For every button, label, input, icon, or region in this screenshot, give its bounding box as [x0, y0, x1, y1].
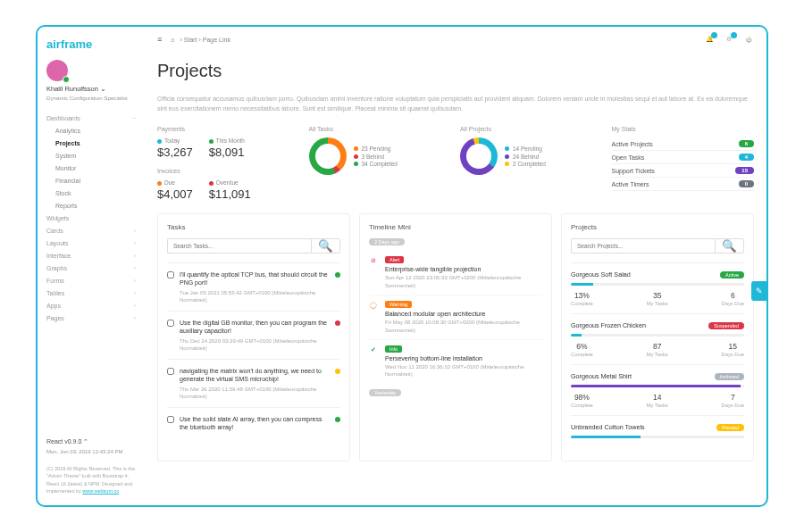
breadcrumb[interactable]: › Start › Page Link — [180, 37, 230, 43]
timeline-badge: Info — [385, 345, 402, 353]
all-projects-block: All Projects 14 Pending 24 Behind 2 Comp… — [460, 126, 603, 201]
timeline-badge: Alert — [385, 256, 404, 263]
version-date: Mon, Jun 03, 2019 12:43:24 PM — [46, 448, 136, 456]
tasks-card: Tasks 🔍 I'll quantify the optical TCP bu… — [157, 213, 350, 461]
projects-search-input[interactable] — [571, 238, 715, 254]
invoices-overdue-value: $11,091 — [209, 187, 251, 201]
status-dot-icon — [335, 369, 340, 374]
sidebar: airframe Khalil Runolfsson ⌄ Dynamic Con… — [38, 27, 145, 505]
nav-dashboards[interactable]: Dashboards− — [46, 112, 136, 124]
project-row[interactable]: Gorgeous Soft SaladActive 13%Complete 35… — [571, 262, 744, 313]
status-badge: Paused — [716, 424, 744, 431]
progress-bar — [571, 385, 744, 387]
page-title: Projects — [157, 61, 754, 81]
page-intro: Officia consequatur accusamus quibusdam … — [157, 94, 754, 113]
all-tasks-block: All Tasks 23 Pending 3 Behind 34 Complet… — [309, 126, 452, 201]
nav-widgets[interactable]: Widgets — [46, 212, 136, 224]
brand-logo[interactable]: airframe — [46, 37, 136, 51]
status-badge: Suspended — [708, 322, 744, 329]
home-icon[interactable]: ⌂ — [171, 37, 174, 43]
payments-month-value: $8,091 — [209, 145, 245, 159]
project-row[interactable]: Gorgeous Metal ShirtArchived 98%Complete… — [571, 364, 744, 415]
pencil-icon: ✎ — [756, 287, 763, 295]
task-row[interactable]: Use the digital GB monitor, then you can… — [167, 311, 340, 359]
tasks-donut-chart — [309, 137, 347, 175]
nav-financial[interactable]: Financial — [46, 174, 136, 187]
notifications-icon[interactable]: 🔔 — [704, 34, 715, 45]
task-checkbox[interactable] — [167, 416, 174, 423]
dot-icon — [157, 139, 162, 144]
status-badge: Active — [720, 271, 744, 278]
search-icon: 🔍 — [318, 239, 333, 253]
timeline-item: ✔ Info Persevering bottom-line installat… — [369, 339, 542, 384]
nav-analytics[interactable]: Analytics — [46, 124, 136, 137]
invoices-label: Invoices — [157, 168, 300, 174]
status-dot-icon — [335, 320, 340, 326]
timeline-status-icon: ⊘ — [369, 256, 378, 265]
timeline-card: Timeline Mini 2 Days ago ⊘ Alert Enterpr… — [359, 213, 552, 461]
nav-monitor[interactable]: Monitor — [46, 162, 136, 174]
tasks-search-input[interactable] — [167, 238, 311, 254]
nav-cards[interactable]: Cards› — [46, 224, 136, 237]
projects-card-title: Projects — [571, 223, 744, 231]
nav-apps[interactable]: Apps› — [46, 299, 136, 312]
mystats-row: Active Projects6 — [612, 137, 755, 151]
tasks-card-title: Tasks — [167, 223, 340, 231]
timeline-item: ◯ Warning Balanced modular open architec… — [369, 295, 542, 339]
cart-icon[interactable]: ⚙ — [724, 34, 734, 45]
task-row[interactable]: Use the solid state AI array, then you c… — [167, 407, 340, 440]
my-stats-block: My Stats Active Projects6Open Tasks4Supp… — [612, 126, 755, 201]
version-label[interactable]: React v0.9.0 ⌃ — [46, 437, 136, 447]
timeline-card-title: Timeline Mini — [369, 223, 542, 231]
nav-graphs[interactable]: Graphs› — [46, 262, 136, 274]
task-checkbox[interactable] — [167, 368, 174, 375]
projects-donut-chart — [460, 137, 498, 175]
nav-projects[interactable]: Projects — [46, 137, 136, 149]
progress-bar — [571, 436, 744, 438]
menu-toggle-icon[interactable]: ≡ — [157, 35, 162, 44]
nav-list: Dashboards− Analytics Projects System Mo… — [46, 112, 136, 324]
task-row[interactable]: navigating the matrix won't do anything,… — [167, 359, 340, 407]
edit-fab-button[interactable]: ✎ — [751, 281, 767, 301]
task-row[interactable]: I'll quantify the optical TCP bus, that … — [167, 262, 340, 311]
timeline-badge: Warning — [385, 301, 412, 308]
dot-icon — [157, 181, 162, 186]
payments-today-value: $3,267 — [157, 145, 193, 159]
nav-tables[interactable]: Tables› — [46, 287, 136, 299]
dot-icon — [209, 181, 214, 186]
webkom-link[interactable]: www.webkom.co — [82, 488, 119, 494]
timeline-age-pill: Yesterday — [369, 389, 401, 396]
nav-interface[interactable]: Interface› — [46, 249, 136, 262]
project-row[interactable]: Gorgeous Frozen ChickenSuspended 6%Compl… — [571, 313, 744, 364]
nav-pages[interactable]: Pages› — [46, 312, 136, 324]
status-dot-icon — [335, 272, 340, 278]
payments-block: Payments Today$3,267 This Month$8,091 In… — [157, 126, 300, 201]
projects-card: Projects 🔍 Gorgeous Soft SaladActive 13%… — [561, 213, 754, 461]
tasks-search-button[interactable]: 🔍 — [311, 238, 340, 254]
chevron-down-icon: ⌄ — [100, 85, 106, 93]
nav-reports[interactable]: Reports — [46, 199, 136, 212]
mystats-row: Active Timers0 — [612, 178, 755, 191]
collapse-icon: − — [132, 115, 136, 121]
task-checkbox[interactable] — [167, 271, 174, 278]
copyright: (C) 2018 All Rights Reserved. This is th… — [46, 465, 136, 495]
task-checkbox[interactable] — [167, 320, 174, 327]
timeline-age-pill: 2 Days ago — [369, 238, 405, 245]
nav-forms[interactable]: Forms› — [46, 274, 136, 287]
projects-search-button[interactable]: 🔍 — [715, 238, 744, 254]
nav-layouts[interactable]: Layouts› — [46, 237, 136, 249]
timeline-status-icon: ◯ — [369, 301, 378, 310]
invoices-due-value: $4,007 — [157, 187, 193, 201]
search-icon: 🔍 — [722, 239, 737, 253]
project-row[interactable]: Unbranded Cotton TowelsPaused — [571, 415, 744, 452]
nav-stock[interactable]: Stock — [46, 187, 136, 199]
status-badge: Archived — [715, 373, 744, 380]
user-name[interactable]: Khalil Runolfsson ⌄ — [46, 85, 136, 93]
timeline-status-icon: ✔ — [369, 345, 378, 354]
status-dot-icon — [335, 417, 340, 422]
nav-system[interactable]: System — [46, 149, 136, 162]
power-icon[interactable]: ⏻ — [743, 34, 754, 45]
user-role: Dynamic Configuration Specialist — [46, 95, 136, 101]
avatar[interactable] — [46, 60, 68, 81]
payments-label: Payments — [157, 126, 300, 132]
